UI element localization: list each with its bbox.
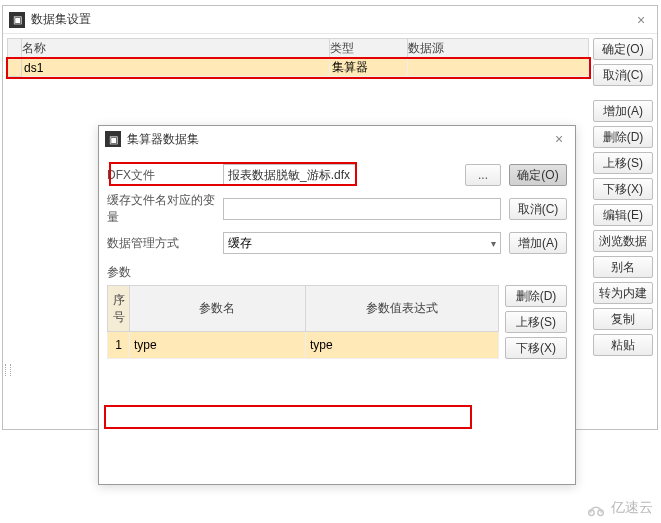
yisu-logo-icon: [585, 499, 607, 517]
cancel-button[interactable]: 取消(C): [509, 198, 567, 220]
close-icon[interactable]: ×: [549, 131, 569, 147]
browse-data-button[interactable]: 浏览数据: [593, 230, 653, 252]
ok-button[interactable]: 确定(O): [593, 38, 653, 60]
spl-dataset-title: 集算器数据集: [127, 131, 199, 148]
col-header-source: 数据源: [408, 39, 589, 59]
dataset-grid: 名称 类型 数据源 ds1 集算器: [7, 38, 589, 77]
cancel-button[interactable]: 取消(C): [593, 64, 653, 86]
alias-button[interactable]: 别名: [593, 256, 653, 278]
col-header-seq: 序号: [108, 286, 130, 332]
cell-ds-type[interactable]: 集算器: [330, 59, 408, 77]
watermark: 亿速云: [585, 499, 653, 517]
grid-header-row: 名称 类型 数据源: [8, 39, 589, 59]
dfx-label: DFX文件: [107, 167, 217, 184]
grid-corner: [8, 39, 22, 59]
col-header-pexp: 参数值表达式: [305, 286, 498, 332]
col-header-name: 名称: [22, 39, 330, 59]
edit-button[interactable]: 编辑(E): [593, 204, 653, 226]
move-down-button[interactable]: 下移(X): [593, 178, 653, 200]
delete-button[interactable]: 删除(D): [505, 285, 567, 307]
move-up-button[interactable]: 上移(S): [593, 152, 653, 174]
cache-var-input[interactable]: [223, 198, 501, 220]
cache-var-label: 缓存文件名对应的变量: [107, 192, 217, 226]
spl-dataset-dialog: ▣ 集算器数据集 × DFX文件 ... 确定(O) 缓存文件名对应的变量 取消…: [98, 125, 576, 485]
watermark-text: 亿速云: [611, 499, 653, 517]
app-icon: ▣: [9, 12, 25, 28]
dataset-settings-titlebar: ▣ 数据集设置 ×: [3, 6, 657, 34]
param-expr-cell[interactable]: type: [305, 332, 498, 359]
delete-button[interactable]: 删除(D): [593, 126, 653, 148]
cell-ds-name[interactable]: ds1: [22, 59, 330, 77]
move-down-button[interactable]: 下移(X): [505, 337, 567, 359]
param-name-cell[interactable]: type: [130, 332, 306, 359]
outer-button-panel: 确定(O) 取消(C) 增加(A) 删除(D) 上移(S) 下移(X) 编辑(E…: [593, 34, 657, 429]
app-icon: ▣: [105, 131, 121, 147]
add-button[interactable]: 增加(A): [593, 100, 653, 122]
params-header-row: 序号 参数名 参数值表达式: [108, 286, 499, 332]
param-row-num: 1: [108, 332, 130, 359]
to-builtin-button[interactable]: 转为内建: [593, 282, 653, 304]
splitter-handle[interactable]: [5, 364, 11, 376]
cache-mode-select[interactable]: 缓存 ▾: [223, 232, 501, 254]
cache-mode-value: 缓存: [228, 235, 252, 252]
dfx-file-input[interactable]: [223, 164, 357, 186]
browse-dfx-button[interactable]: ...: [465, 164, 501, 186]
copy-button[interactable]: 复制: [593, 308, 653, 330]
spl-dataset-titlebar: ▣ 集算器数据集 ×: [99, 126, 575, 152]
move-up-button[interactable]: 上移(S): [505, 311, 567, 333]
grid-row-ds1[interactable]: ds1 集算器: [8, 59, 589, 77]
params-grid: 序号 参数名 参数值表达式 1 type type: [107, 285, 499, 359]
col-header-type: 类型: [330, 39, 408, 59]
param-row-1[interactable]: 1 type type: [108, 332, 499, 359]
cache-mode-label: 数据管理方式: [107, 235, 217, 252]
chevron-down-icon: ▾: [491, 238, 496, 249]
params-button-panel: 删除(D) 上移(S) 下移(X): [505, 285, 567, 359]
grid-row-num: [8, 59, 22, 77]
dataset-settings-title: 数据集设置: [31, 11, 91, 28]
cell-ds-source[interactable]: [408, 59, 589, 77]
close-icon[interactable]: ×: [631, 12, 651, 28]
paste-button[interactable]: 粘贴: [593, 334, 653, 356]
add-button[interactable]: 增加(A): [509, 232, 567, 254]
ok-button[interactable]: 确定(O): [509, 164, 567, 186]
params-section-label: 参数: [107, 264, 567, 281]
col-header-pname: 参数名: [130, 286, 306, 332]
